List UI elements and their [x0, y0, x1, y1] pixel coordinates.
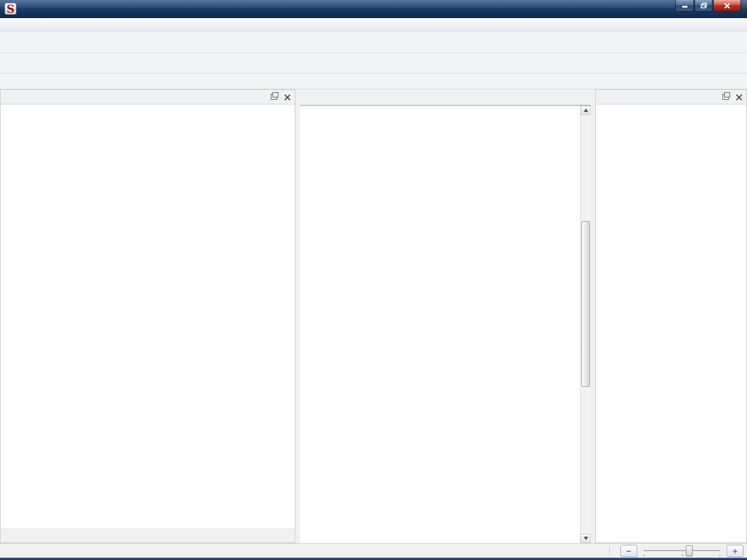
zoom-in-button[interactable]: +	[727, 545, 743, 557]
title-bar: S	[0, 0, 747, 18]
preview-panel-header	[1, 90, 295, 104]
editor-scrollbar[interactable]	[580, 106, 591, 543]
splitter-right[interactable]	[591, 89, 595, 543]
preview-bottom-tabs	[1, 528, 295, 542]
preview-panel	[0, 89, 295, 543]
minimize-button[interactable]	[675, 0, 694, 12]
close-panel-icon[interactable]	[736, 94, 742, 100]
format-toolbar	[0, 53, 747, 74]
menu-bar	[0, 18, 747, 32]
scrollbar-thumb[interactable]	[581, 221, 590, 387]
restore-button[interactable]	[694, 0, 713, 12]
close-panel-icon[interactable]	[284, 94, 291, 100]
book-browser-panel	[595, 89, 747, 543]
zoom-out-button[interactable]: −	[620, 545, 637, 557]
clips-toolbar	[0, 74, 747, 89]
scroll-down-icon[interactable]	[581, 534, 591, 543]
book-browser-tree	[596, 104, 746, 542]
zoom-slider[interactable]	[643, 545, 721, 556]
code-area[interactable]	[300, 106, 591, 543]
splitter-left[interactable]	[295, 89, 300, 543]
zoom-slider-handle[interactable]	[686, 545, 693, 556]
sigil-logo-icon: S	[5, 3, 16, 15]
float-panel-icon[interactable]	[271, 94, 277, 100]
status-bar: − +	[0, 543, 747, 558]
code-editor	[300, 89, 591, 543]
close-button[interactable]	[713, 0, 741, 12]
main-area	[0, 89, 747, 543]
float-panel-icon[interactable]	[722, 94, 729, 100]
book-browser-header	[596, 90, 746, 104]
main-toolbar	[0, 32, 747, 53]
window-controls	[675, 0, 741, 12]
preview-content	[1, 104, 295, 528]
window-frame	[0, 558, 747, 560]
sigil-window: S	[0, 0, 747, 560]
scroll-up-icon[interactable]	[581, 106, 591, 115]
editor-tab-bar	[300, 89, 591, 106]
statusbar-separator	[609, 546, 610, 555]
preview-grid-container	[5, 110, 295, 263]
